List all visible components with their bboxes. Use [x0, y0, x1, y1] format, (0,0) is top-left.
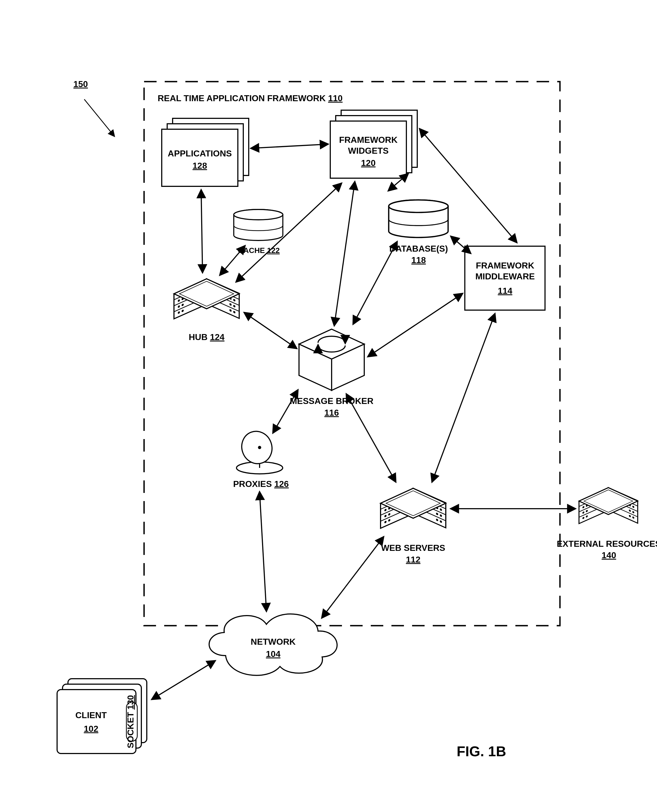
svg-line-74 — [273, 390, 297, 433]
svg-line-69 — [334, 182, 355, 325]
external-ref: 140 — [601, 550, 616, 560]
svg-line-64 — [220, 246, 244, 275]
svg-line-72 — [368, 294, 462, 356]
applications-node: APPLICATIONS 128 — [162, 118, 249, 186]
widgets-node: FRAMEWORK WIDGETS 120 — [330, 110, 417, 178]
svg-text:104: 104 — [266, 649, 280, 659]
svg-text:112: 112 — [406, 555, 420, 564]
hub-node: HUB 124 — [174, 279, 239, 342]
svg-text:MESSAGE BROKER: MESSAGE BROKER — [290, 396, 374, 406]
svg-rect-57 — [57, 690, 136, 754]
svg-line-71 — [451, 237, 470, 253]
network-node: NETWORK 104 — [209, 614, 337, 675]
svg-text:FRAMEWORK: FRAMEWORK — [339, 135, 397, 145]
proxies-node: PROXIES 126 — [233, 427, 289, 489]
svg-text:CLIENT: CLIENT — [75, 710, 107, 720]
svg-line-63 — [251, 144, 327, 148]
svg-text:WEB SERVERS: WEB SERVERS — [381, 543, 445, 553]
svg-text:APPLICATIONS: APPLICATIONS — [168, 148, 232, 158]
svg-text:SOCKET 130: SOCKET 130 — [126, 695, 135, 748]
svg-line-29 — [84, 99, 114, 136]
svg-text:118: 118 — [411, 255, 426, 265]
database-node: DATABASE(S) 118 — [389, 200, 448, 265]
svg-text:HUB
      124: HUB 124 — [188, 332, 224, 342]
svg-text:DATABASE(S): DATABASE(S) — [389, 244, 448, 253]
svg-line-79 — [152, 661, 215, 699]
svg-text:120: 120 — [361, 158, 375, 168]
middleware-node: FRAMEWORK MIDDLEWARE 114 — [465, 246, 545, 310]
svg-point-48 — [237, 427, 276, 468]
svg-line-62 — [201, 191, 202, 272]
svg-point-49 — [258, 446, 261, 449]
framework-title: REAL TIME APPLICATION FRAMEWORK 110 — [158, 93, 343, 103]
external-node — [579, 488, 638, 524]
svg-text:128: 128 — [193, 161, 207, 170]
connectors — [152, 129, 575, 699]
svg-text:116: 116 — [324, 408, 339, 418]
svg-text:WIDGETS: WIDGETS — [348, 146, 388, 156]
broker-node: MESSAGE BROKER 116 — [290, 329, 374, 418]
svg-line-73 — [347, 394, 395, 481]
svg-text:FRAMEWORK: FRAMEWORK — [476, 261, 534, 270]
svg-line-70 — [353, 242, 397, 324]
figure-ref: 150 — [73, 79, 88, 89]
cache-node: CACHE 122 — [234, 209, 283, 255]
client-node: SOCKET 130 CLIENT 102 — [57, 679, 147, 754]
architecture-diagram: 150 REAL TIME APPLICATION FRAMEWORK 110 … — [0, 0, 657, 812]
figure-caption: FIG. 1B — [457, 743, 506, 759]
svg-text:NETWORK: NETWORK — [251, 637, 296, 646]
svg-line-65 — [244, 313, 296, 348]
svg-line-75 — [432, 314, 495, 481]
svg-line-78 — [322, 537, 383, 617]
external-label: EXTERNAL RESOURCES — [557, 539, 657, 549]
svg-text:102: 102 — [84, 724, 98, 734]
webservers-node: WEB SERVERS 112 — [381, 488, 446, 564]
svg-text:114: 114 — [498, 286, 512, 296]
svg-text:MIDDLEWARE: MIDDLEWARE — [475, 272, 535, 281]
svg-text:PROXIES
      126: PROXIES 126 — [233, 479, 289, 489]
svg-line-77 — [260, 492, 266, 611]
